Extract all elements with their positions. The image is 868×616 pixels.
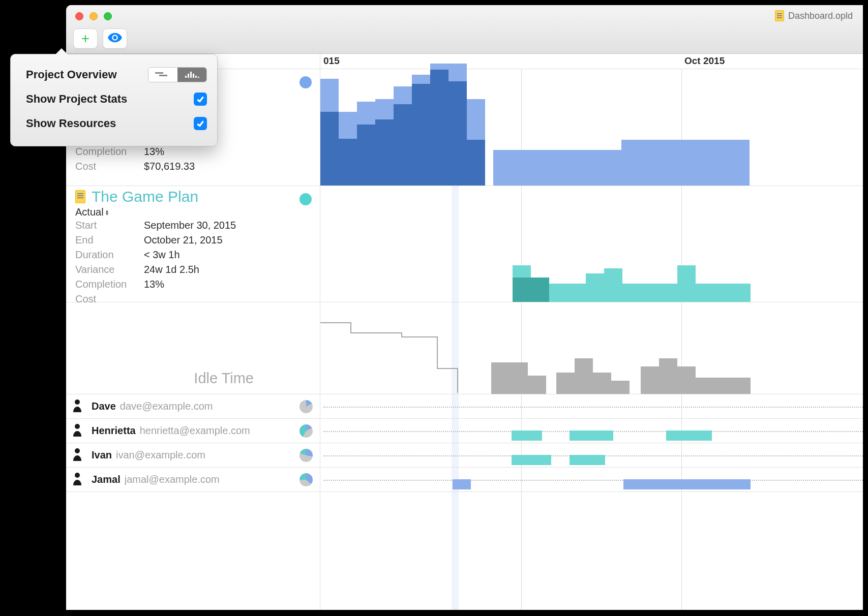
project-color-dot bbox=[300, 193, 312, 205]
person-icon bbox=[72, 423, 82, 439]
resource-name: Ivan bbox=[92, 449, 112, 461]
resource-row[interactable]: Ivanivan@example.com bbox=[66, 443, 320, 468]
allocation-pie-icon bbox=[300, 449, 313, 462]
add-button[interactable]: + bbox=[73, 28, 98, 49]
allocation-bar[interactable] bbox=[623, 479, 751, 489]
overview-mode-segmented-control[interactable] bbox=[148, 67, 207, 82]
traffic-lights bbox=[75, 12, 112, 20]
resource-timeline-row bbox=[320, 394, 863, 419]
svg-rect-5 bbox=[159, 75, 167, 76]
view-options-button[interactable] bbox=[103, 28, 127, 49]
allocation-bar[interactable] bbox=[512, 455, 551, 465]
project-title[interactable]: The Game Plan bbox=[75, 188, 311, 205]
svg-rect-9 bbox=[193, 74, 194, 78]
idle-block: Idle Time bbox=[66, 302, 320, 394]
resource-row[interactable]: Jamaljamal@example.com bbox=[66, 468, 320, 492]
show-project-stats-label: Show Project Stats bbox=[26, 93, 127, 106]
idle-outline bbox=[320, 302, 473, 394]
view-options-popover: Project Overview Show Project Stats Show… bbox=[10, 54, 218, 146]
allocation-bar[interactable] bbox=[570, 430, 613, 441]
idle-time-label: Idle Time bbox=[194, 370, 254, 387]
allocation-bar[interactable] bbox=[512, 430, 542, 441]
resource-name: Henrietta bbox=[92, 425, 136, 437]
svg-rect-7 bbox=[188, 74, 189, 78]
show-project-stats-checkbox[interactable] bbox=[194, 93, 207, 106]
eye-icon bbox=[108, 33, 122, 45]
allocation-bar[interactable] bbox=[570, 455, 605, 465]
project2-chart bbox=[320, 186, 863, 302]
svg-rect-8 bbox=[190, 72, 192, 78]
resource-email: henrietta@example.com bbox=[140, 425, 250, 437]
resource-row[interactable]: Henriettahenrietta@example.com bbox=[66, 419, 320, 443]
svg-rect-4 bbox=[155, 72, 163, 74]
project2-title: The Game Plan bbox=[92, 188, 198, 205]
show-resources-checkbox[interactable] bbox=[194, 117, 207, 130]
month-label-right: Oct 2015 bbox=[684, 55, 725, 67]
allocation-pie-icon bbox=[300, 473, 313, 486]
svg-point-0 bbox=[75, 399, 80, 405]
chevron-updown-icon: ▴▾ bbox=[106, 209, 108, 215]
bar-chart-view-option[interactable] bbox=[177, 68, 206, 82]
svg-point-3 bbox=[75, 473, 80, 478]
month-label-left: 015 bbox=[323, 55, 340, 67]
allocation-bar[interactable] bbox=[666, 430, 712, 441]
minimize-window-button[interactable] bbox=[89, 12, 98, 20]
project1-chart bbox=[320, 69, 863, 186]
svg-point-2 bbox=[75, 448, 80, 453]
svg-rect-6 bbox=[185, 76, 187, 78]
resource-email: jamal@example.com bbox=[125, 474, 220, 485]
idle-chart bbox=[320, 302, 863, 394]
titlebar: Dashboard.opld + bbox=[66, 5, 863, 54]
person-icon bbox=[72, 472, 82, 487]
resource-timeline-row bbox=[320, 443, 863, 468]
show-resources-label: Show Resources bbox=[26, 117, 116, 130]
person-icon bbox=[72, 448, 82, 463]
resource-timeline-row bbox=[320, 419, 863, 443]
timeline-header: 015 Oct 2015 bbox=[320, 54, 863, 69]
window-title: Dashboard.opld bbox=[775, 10, 853, 21]
resource-row[interactable]: Davedave@example.com bbox=[66, 394, 320, 419]
resource-email: dave@example.com bbox=[120, 401, 213, 412]
project-mode-selector[interactable]: Actual ▴▾ bbox=[75, 206, 311, 218]
gantt-view-option[interactable] bbox=[148, 68, 177, 82]
document-icon bbox=[775, 10, 784, 21]
project-overview-label: Project Overview bbox=[26, 68, 117, 81]
document-icon bbox=[75, 190, 85, 203]
timeline-area[interactable]: 015 Oct 2015 bbox=[320, 54, 863, 610]
toolbar: + bbox=[73, 28, 127, 49]
zoom-window-button[interactable] bbox=[104, 12, 112, 20]
svg-rect-10 bbox=[195, 76, 197, 78]
resource-list: Davedave@example.comHenriettahenrietta@e… bbox=[66, 394, 320, 492]
close-window-button[interactable] bbox=[75, 12, 83, 20]
allocation-pie-icon bbox=[300, 424, 313, 438]
project-block-2: The Game Plan Actual ▴▾ StartSeptember 3… bbox=[66, 186, 320, 302]
timeline-track bbox=[323, 480, 863, 481]
project-color-dot bbox=[300, 76, 312, 88]
resource-timeline-row bbox=[320, 468, 863, 492]
plus-icon: + bbox=[81, 30, 89, 47]
svg-point-1 bbox=[75, 424, 80, 429]
svg-rect-11 bbox=[198, 77, 199, 78]
person-icon bbox=[72, 399, 82, 414]
allocation-pie-icon bbox=[300, 400, 313, 413]
resource-name: Dave bbox=[92, 401, 116, 412]
resource-timelines bbox=[320, 394, 863, 492]
resource-name: Jamal bbox=[92, 474, 121, 485]
resource-email: ivan@example.com bbox=[116, 449, 205, 461]
timeline-track bbox=[323, 407, 863, 408]
allocation-bar[interactable] bbox=[453, 479, 471, 489]
window-title-text: Dashboard.opld bbox=[788, 11, 853, 21]
